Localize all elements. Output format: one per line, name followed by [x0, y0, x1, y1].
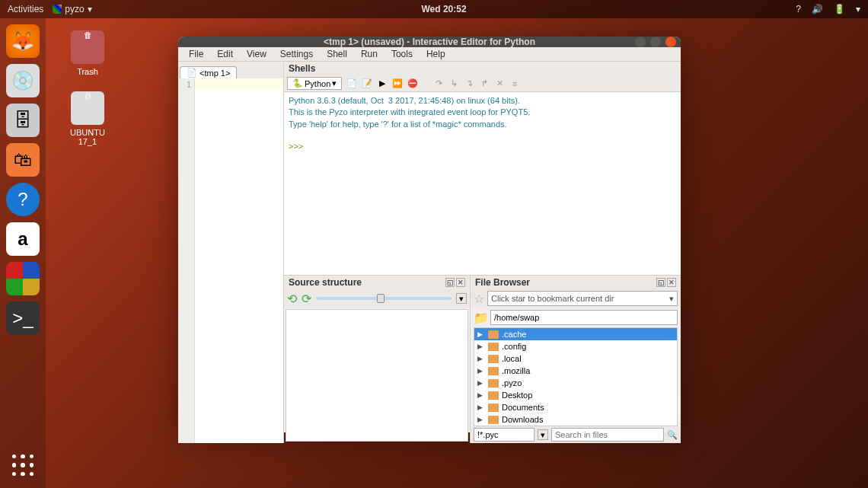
- help-icon[interactable]: ?: [796, 4, 801, 14]
- menubar: File Edit View Settings Shell Run Tools …: [178, 47, 681, 62]
- usb-desktop-icon[interactable]: ⎙ UBUNTU 17_1: [61, 91, 114, 146]
- file-item-config[interactable]: ▶.config: [474, 340, 677, 352]
- run-icon[interactable]: ▶: [377, 78, 388, 89]
- chevron-down-icon: ▾: [332, 78, 337, 88]
- app-menu[interactable]: pyzo ▾: [53, 4, 91, 14]
- chevron-down-icon: ▾: [88, 4, 92, 14]
- menu-file[interactable]: File: [183, 47, 209, 61]
- filter-dropdown-icon[interactable]: ▾: [538, 429, 548, 440]
- file-icon: 📄: [187, 68, 197, 78]
- debug-over-icon[interactable]: ↳: [448, 78, 459, 89]
- new-file-icon[interactable]: 📄: [346, 78, 357, 89]
- filter-icon[interactable]: ▾: [456, 293, 467, 304]
- file-item-downloads[interactable]: ▶Downloads: [474, 413, 677, 426]
- shell-tab-python[interactable]: 🐍 Python ▾: [287, 77, 342, 90]
- panel-detach-icon[interactable]: ◱: [656, 278, 665, 287]
- menu-help[interactable]: Help: [420, 47, 452, 61]
- nav-back-icon[interactable]: ⟲: [287, 292, 297, 306]
- menu-shell[interactable]: Shell: [321, 47, 353, 61]
- file-item-mozilla[interactable]: ▶.mozilla: [474, 365, 677, 377]
- debug-stop-icon[interactable]: ⨯: [494, 78, 505, 89]
- software-launcher[interactable]: 🛍: [6, 143, 40, 177]
- trash-icon: 🗑: [71, 30, 104, 64]
- disks-launcher[interactable]: 💿: [6, 64, 40, 97]
- search-icon[interactable]: 🔍: [667, 429, 678, 440]
- folder-up-icon[interactable]: 📁: [474, 311, 489, 325]
- debug-into-icon[interactable]: ↴: [464, 78, 474, 89]
- trash-desktop-icon[interactable]: 🗑 Trash: [61, 30, 114, 76]
- menu-tools[interactable]: Tools: [385, 47, 419, 61]
- amazon-launcher[interactable]: a: [6, 222, 40, 256]
- file-item-cache[interactable]: ▶.cache: [474, 328, 677, 340]
- new-script-icon[interactable]: 📝: [362, 78, 372, 89]
- path-input[interactable]: [490, 310, 678, 325]
- right-pane: Shells 🐍 Python ▾ 📄 📝 ▶ ⏩ ⛔ ↷ ↳ ↴ ↱ ⨯: [284, 62, 681, 443]
- system-menu-chevron[interactable]: ▾: [856, 4, 860, 14]
- structure-slider[interactable]: [316, 297, 452, 300]
- menu-edit[interactable]: Edit: [211, 47, 239, 61]
- editor-body[interactable]: 1: [178, 78, 283, 443]
- help-launcher[interactable]: ?: [6, 183, 40, 216]
- file-item-pyzo[interactable]: ▶.pyzo: [474, 377, 677, 389]
- menu-settings[interactable]: Settings: [274, 47, 319, 61]
- panel-detach-icon[interactable]: ◱: [445, 278, 455, 287]
- files-launcher[interactable]: 🗄: [6, 104, 40, 137]
- bookmark-star-icon[interactable]: ☆: [474, 292, 484, 306]
- battery-icon[interactable]: 🔋: [834, 4, 845, 14]
- editor-current-line: [195, 78, 283, 90]
- file-browser-panel: File Browser ◱ ✕ ☆ Click star to bookmar…: [471, 276, 681, 443]
- terminal-launcher[interactable]: >_: [6, 301, 40, 335]
- activities-button[interactable]: Activities: [8, 4, 43, 14]
- debug-out-icon[interactable]: ↱: [479, 78, 490, 89]
- usb-icon: ⎙: [71, 91, 104, 125]
- pyzo-window: <tmp 1> (unsaved) - Interactive Editor f…: [178, 37, 681, 432]
- debug-pause-icon[interactable]: ≡: [509, 78, 520, 89]
- file-item-documents[interactable]: ▶Documents: [474, 401, 677, 413]
- shell-output[interactable]: Python 3.6.3 (default, Oct 3 2017, 21:45…: [284, 92, 681, 275]
- titlebar[interactable]: <tmp 1> (unsaved) - Interactive Editor f…: [178, 37, 681, 47]
- pyzo-launcher[interactable]: [6, 262, 40, 295]
- firefox-launcher[interactable]: 🦊: [6, 24, 40, 58]
- menu-run[interactable]: Run: [355, 47, 384, 61]
- file-filter-input[interactable]: [474, 428, 535, 442]
- shells-header: Shells: [284, 62, 681, 75]
- menu-view[interactable]: View: [241, 47, 273, 61]
- pyzo-icon: [53, 5, 62, 14]
- debug-step-icon[interactable]: ↷: [433, 78, 444, 89]
- shell-toolbar: 🐍 Python ▾ 📄 📝 ▶ ⏩ ⛔ ↷ ↳ ↴ ↱ ⨯ ≡: [284, 75, 681, 92]
- source-structure-tree[interactable]: [286, 309, 468, 442]
- volume-icon[interactable]: 🔊: [812, 4, 823, 14]
- minimize-button[interactable]: [635, 37, 646, 47]
- chevron-down-icon: ▾: [669, 294, 674, 304]
- source-structure-panel: Source structure ◱ ✕ ⟲ ⟳ ▾: [284, 276, 471, 443]
- editor-pane: 📄 <tmp 1> 1: [178, 62, 284, 443]
- run-selection-icon[interactable]: ⏩: [392, 78, 403, 89]
- gnome-topbar: Activities pyzo ▾ Wed 20:52 ? 🔊 🔋 ▾: [0, 0, 868, 18]
- editor-tabs: 📄 <tmp 1>: [178, 62, 283, 78]
- close-button[interactable]: [665, 37, 676, 47]
- bookmark-dropdown[interactable]: Click star to bookmark current dir ▾: [487, 291, 678, 306]
- window-title: <tmp 1> (unsaved) - Interactive Editor f…: [324, 37, 535, 47]
- panel-close-icon[interactable]: ✕: [456, 278, 465, 287]
- clock[interactable]: Wed 20:52: [421, 4, 466, 14]
- python-icon: 🐍: [292, 78, 303, 88]
- file-tree[interactable]: ▶.cache ▶.config ▶.local ▶.mozilla ▶.pyz…: [474, 327, 678, 426]
- nav-fwd-icon[interactable]: ⟳: [302, 292, 311, 306]
- panel-close-icon[interactable]: ✕: [667, 278, 676, 287]
- launcher-dock: 🦊 💿 🗄 🛍 ? a >_: [0, 18, 46, 488]
- shell-prompt: >>>: [289, 142, 303, 151]
- file-search-input[interactable]: [551, 428, 664, 442]
- file-item-desktop[interactable]: ▶Desktop: [474, 389, 677, 401]
- file-item-local[interactable]: ▶.local: [474, 352, 677, 365]
- show-apps-button[interactable]: [8, 450, 38, 480]
- maximize-button[interactable]: [650, 37, 661, 47]
- editor-tab-tmp1[interactable]: 📄 <tmp 1>: [180, 66, 237, 78]
- stop-icon[interactable]: ⛔: [407, 78, 418, 89]
- line-gutter: 1: [178, 78, 195, 443]
